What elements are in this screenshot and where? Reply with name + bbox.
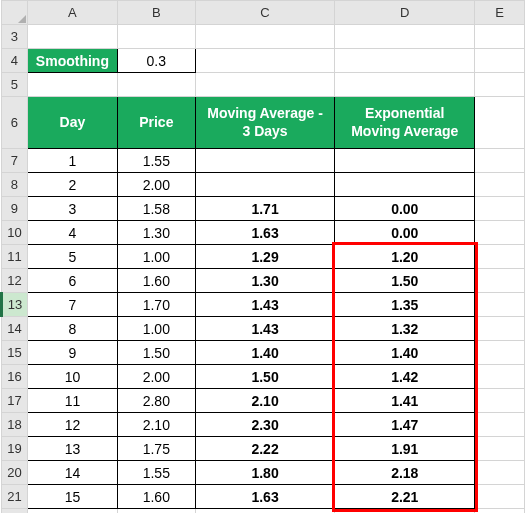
cell[interactable]	[475, 509, 525, 514]
row-header[interactable]: 11	[2, 245, 28, 269]
cell[interactable]: 1.50	[117, 341, 195, 365]
cell[interactable]: 1.43	[195, 293, 335, 317]
cell[interactable]: 0.00	[335, 221, 475, 245]
row-header[interactable]: 21	[2, 485, 28, 509]
cell[interactable]: 1.20	[335, 245, 475, 269]
table-row[interactable]: 931.581.710.00	[2, 197, 525, 221]
cell[interactable]: 2.00	[117, 365, 195, 389]
row-header[interactable]: 16	[2, 365, 28, 389]
cell[interactable]: 1.63	[195, 221, 335, 245]
cell[interactable]: 1.70	[117, 293, 195, 317]
cell[interactable]	[475, 341, 525, 365]
cell[interactable]	[475, 73, 525, 97]
cell[interactable]: 8	[27, 317, 117, 341]
cell[interactable]: 1.30	[117, 221, 195, 245]
table-row[interactable]: 822.00	[2, 173, 525, 197]
cell[interactable]: 1.50	[335, 269, 475, 293]
table-row[interactable]: 19131.752.221.91	[2, 437, 525, 461]
cell[interactable]	[475, 461, 525, 485]
cell[interactable]	[195, 149, 335, 173]
cell[interactable]: 1	[27, 149, 117, 173]
row-header[interactable]: 17	[2, 389, 28, 413]
cell[interactable]: 13	[27, 437, 117, 461]
row-header[interactable]: 9	[2, 197, 28, 221]
cell[interactable]	[475, 437, 525, 461]
cell[interactable]	[475, 149, 525, 173]
table-row[interactable]: 1371.701.431.35	[2, 293, 525, 317]
col-header-d[interactable]: D	[335, 1, 475, 25]
cell[interactable]: 1.60	[117, 485, 195, 509]
row-header[interactable]: 22	[2, 509, 28, 514]
cell[interactable]: 2.10	[117, 413, 195, 437]
table-row[interactable]: 1261.601.301.50	[2, 269, 525, 293]
smoothing-label[interactable]: Smoothing	[27, 49, 117, 73]
cell[interactable]	[475, 317, 525, 341]
cell[interactable]	[27, 73, 117, 97]
cell[interactable]: 6	[27, 269, 117, 293]
cell[interactable]: 10	[27, 365, 117, 389]
cell[interactable]	[475, 485, 525, 509]
cell[interactable]	[335, 49, 475, 73]
col-header-b[interactable]: B	[117, 1, 195, 25]
cell[interactable]	[27, 509, 117, 514]
table-row[interactable]: 1481.001.431.32	[2, 317, 525, 341]
cell[interactable]: 15	[27, 485, 117, 509]
row-header[interactable]: 18	[2, 413, 28, 437]
cell[interactable]: 4	[27, 221, 117, 245]
row-header[interactable]: 20	[2, 461, 28, 485]
cell[interactable]: 2	[27, 173, 117, 197]
cell[interactable]	[195, 25, 335, 49]
cell[interactable]	[475, 269, 525, 293]
cell[interactable]: 1.75	[117, 437, 195, 461]
cell[interactable]	[335, 173, 475, 197]
cell[interactable]	[195, 173, 335, 197]
row-header[interactable]: 6	[2, 97, 28, 149]
column-header-row[interactable]: A B C D E	[2, 1, 525, 25]
cell[interactable]	[475, 413, 525, 437]
cell[interactable]	[475, 173, 525, 197]
header-ema[interactable]: Exponential Moving Average	[335, 97, 475, 149]
cell[interactable]: 3	[27, 197, 117, 221]
cell[interactable]: 1.00	[117, 245, 195, 269]
cell[interactable]	[475, 25, 525, 49]
cell[interactable]: 2.80	[117, 389, 195, 413]
cell[interactable]	[475, 293, 525, 317]
header-ma[interactable]: Moving Average - 3 Days	[195, 97, 335, 149]
row-header[interactable]: 14	[2, 317, 28, 341]
cell[interactable]: 1.55	[117, 461, 195, 485]
header-price[interactable]: Price	[117, 97, 195, 149]
select-all-corner[interactable]	[2, 1, 28, 25]
cell[interactable]: 1.30	[195, 269, 335, 293]
cell[interactable]	[475, 97, 525, 149]
row-header[interactable]: 8	[2, 173, 28, 197]
cell[interactable]	[475, 49, 525, 73]
table-row[interactable]: 1591.501.401.40	[2, 341, 525, 365]
table-row[interactable]: 711.55	[2, 149, 525, 173]
cell[interactable]: 1.80	[195, 461, 335, 485]
cell[interactable]: 1.50	[195, 365, 335, 389]
cell[interactable]	[117, 73, 195, 97]
cell[interactable]: 1.40	[195, 341, 335, 365]
table-row[interactable]: 1151.001.291.20	[2, 245, 525, 269]
cell[interactable]: 2.10	[195, 389, 335, 413]
cell[interactable]: 1.35	[335, 293, 475, 317]
cell[interactable]: 1.91	[335, 437, 475, 461]
cell[interactable]: 2.21	[335, 485, 475, 509]
cell[interactable]	[335, 73, 475, 97]
cell[interactable]	[475, 245, 525, 269]
table-row[interactable]: 17112.802.101.41	[2, 389, 525, 413]
cell[interactable]	[195, 509, 335, 514]
cell[interactable]: 0.00	[335, 197, 475, 221]
smoothing-value[interactable]: 0.3	[117, 49, 195, 73]
row-header[interactable]: 3	[2, 25, 28, 49]
header-day[interactable]: Day	[27, 97, 117, 149]
row-header[interactable]: 7	[2, 149, 28, 173]
cell[interactable]: 9	[27, 341, 117, 365]
cell[interactable]: 2.18	[335, 461, 475, 485]
cell[interactable]: 1.71	[195, 197, 335, 221]
row-header[interactable]: 13	[2, 293, 28, 317]
cell[interactable]: 5	[27, 245, 117, 269]
cell[interactable]: 7	[27, 293, 117, 317]
cell[interactable]	[195, 49, 335, 73]
spreadsheet-grid[interactable]: A B C D E 3 4 Smoothing 0.3 5 6 Day Pric…	[0, 0, 525, 513]
